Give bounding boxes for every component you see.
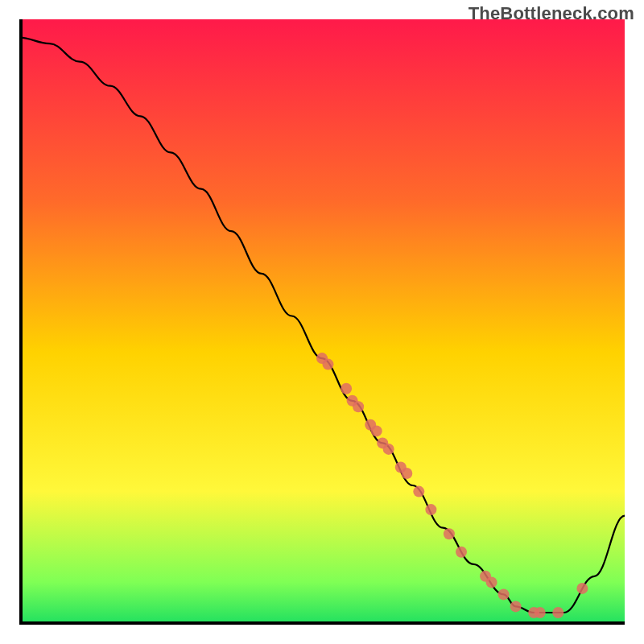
- watermark-text: TheBottleneck.com: [469, 3, 634, 24]
- chart-container: TheBottleneck.com: [0, 0, 644, 644]
- scatter-dot: [341, 383, 352, 394]
- scatter-dot: [444, 528, 455, 539]
- scatter-dot: [486, 576, 497, 588]
- scatter-dot: [425, 504, 436, 515]
- chart-svg: [19, 19, 625, 625]
- scatter-dot: [498, 588, 510, 600]
- scatter-dot: [535, 607, 546, 618]
- gradient-bg: [19, 19, 625, 625]
- scatter-dot: [401, 468, 412, 479]
- plot-area: [19, 19, 625, 625]
- scatter-dot: [371, 425, 382, 436]
- scatter-dot: [510, 601, 522, 612]
- scatter-dot: [383, 444, 394, 455]
- scatter-dot: [353, 401, 364, 412]
- scatter-dot: [576, 583, 588, 594]
- scatter-dot: [413, 486, 424, 497]
- scatter-dot: [552, 607, 564, 618]
- scatter-dot: [456, 547, 467, 558]
- scatter-dot: [323, 359, 334, 370]
